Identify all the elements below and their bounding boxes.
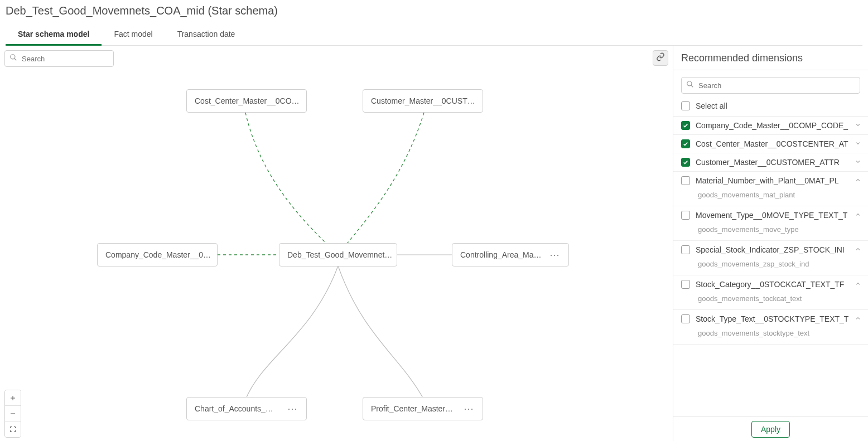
more-icon[interactable]: ⋯ [464, 403, 475, 415]
chevron-up-icon[interactable] [855, 314, 861, 323]
node-label: Cost_Center_Master__0CO… [195, 96, 300, 105]
search-icon [686, 80, 694, 90]
chevron-down-icon[interactable] [855, 121, 861, 130]
dimension-head[interactable]: Customer_Master__0CUSTOMER_ATTR [673, 153, 868, 171]
node-cost-center[interactable]: Cost_Center_Master__0CO… [186, 89, 307, 113]
dimension-checkbox[interactable] [681, 211, 690, 220]
panel-search-input[interactable] [697, 81, 855, 90]
node-chart-of-accounts[interactable]: Chart_of_Accounts_… ⋯ [186, 397, 307, 420]
select-all-row[interactable]: Select all [673, 98, 868, 117]
fit-screen-button[interactable] [5, 421, 21, 437]
dimension-item: Special_Stock_Indicator_ZSP_STOCK_INIgoo… [673, 241, 868, 275]
dimension-item: Customer_Master__0CUSTOMER_ATTR [673, 153, 868, 172]
link-icon [656, 52, 665, 64]
node-label: Deb_Test_Good_Movemnet… [287, 250, 392, 259]
dimension-head[interactable]: Movement_Type__0MOVE_TYPE_TEXT_T [673, 206, 868, 224]
dimension-label: Stock_Category__0STOCKCAT_TEXT_TF [696, 280, 849, 289]
apply-button[interactable]: Apply [751, 421, 790, 438]
node-company-code[interactable]: Company_Code_Master__0… [97, 243, 218, 266]
canvas-search-input[interactable] [21, 54, 117, 64]
dimension-checkbox[interactable] [681, 139, 690, 148]
select-all-checkbox[interactable] [681, 101, 690, 110]
recommended-dimensions-panel: Recommended dimensions Select all Compan… [673, 46, 868, 441]
dimension-item: Cost_Center_Master__0COSTCENTER_AT [673, 135, 868, 153]
svg-point-5 [687, 81, 692, 86]
svg-line-1 [15, 59, 17, 61]
page-title: Deb_Test_Good_Movemnets_COA_mid (Star sc… [6, 4, 862, 17]
dimensions-list[interactable]: Company_Code_Master__0COMP_CODE_Cost_Cen… [673, 117, 868, 416]
dimension-head[interactable]: Stock_Category__0STOCKCAT_TEXT_TF [673, 275, 868, 293]
dimension-checkbox[interactable] [681, 176, 690, 185]
node-label: Profit_Center_Master… [371, 404, 458, 413]
dimension-label: Material_Number_with_Plant__0MAT_PL [696, 176, 849, 185]
chevron-up-icon[interactable] [855, 245, 861, 254]
dimension-head[interactable]: Cost_Center_Master__0COSTCENTER_AT [673, 135, 868, 153]
canvas-search[interactable] [4, 50, 114, 67]
zoom-controls [4, 390, 21, 438]
dimension-item: Stock_Type_Text__0STOCKTYPE_TEXT_Tgoods_… [673, 310, 868, 345]
node-controlling-area[interactable]: Controlling_Area_Ma… ⋯ [452, 243, 569, 266]
node-customer[interactable]: Customer_Master__0CUST… [363, 89, 483, 113]
search-icon [9, 54, 17, 64]
zoom-out-button[interactable] [5, 406, 21, 421]
node-profit-center[interactable]: Profit_Center_Master… ⋯ [363, 397, 483, 420]
dimension-label: Special_Stock_Indicator_ZSP_STOCK_INI [696, 245, 849, 254]
tab-fact-model[interactable]: Fact model [102, 24, 165, 45]
diagram-canvas[interactable]: Cost_Center_Master__0CO… Customer_Master… [0, 46, 673, 441]
dimension-sub-label: goods_movements_stocktype_text [673, 328, 868, 344]
select-all-label: Select all [696, 101, 727, 110]
tabs: Star schema model Fact model Transaction… [6, 24, 862, 46]
chevron-up-icon[interactable] [855, 211, 861, 220]
node-label: Customer_Master__0CUST… [371, 96, 475, 105]
dimension-checkbox[interactable] [681, 280, 690, 289]
dimension-label: Customer_Master__0CUSTOMER_ATTR [696, 158, 849, 167]
dimension-item: Material_Number_with_Plant__0MAT_PLgoods… [673, 172, 868, 206]
more-icon[interactable]: ⋯ [287, 403, 298, 415]
chevron-up-icon[interactable] [855, 176, 861, 185]
dimension-sub-label: goods_movements_move_type [673, 224, 868, 240]
dimension-sub-label: goods_movements_tockcat_text [673, 293, 868, 309]
panel-title: Recommended dimensions [673, 46, 868, 70]
dimension-head[interactable]: Company_Code_Master__0COMP_CODE_ [673, 117, 868, 134]
dimension-item: Movement_Type__0MOVE_TYPE_TEXT_Tgoods_mo… [673, 206, 868, 241]
dimension-label: Stock_Type_Text__0STOCKTYPE_TEXT_T [696, 314, 849, 323]
chevron-down-icon[interactable] [855, 139, 861, 148]
dimension-item: Stock_Category__0STOCKCAT_TEXT_TFgoods_m… [673, 275, 868, 310]
tab-star-schema-model[interactable]: Star schema model [6, 24, 102, 45]
dimension-label: Company_Code_Master__0COMP_CODE_ [696, 121, 849, 130]
panel-search[interactable] [681, 77, 860, 94]
tab-transaction-date[interactable]: Transaction date [165, 24, 248, 45]
chevron-down-icon[interactable] [855, 158, 861, 167]
dimension-checkbox[interactable] [681, 245, 690, 254]
node-center-fact[interactable]: Deb_Test_Good_Movemnet… [279, 243, 397, 266]
dimension-head[interactable]: Stock_Type_Text__0STOCKTYPE_TEXT_T [673, 310, 868, 328]
node-label: Company_Code_Master__0… [105, 250, 211, 259]
node-label: Chart_of_Accounts_… [195, 404, 282, 413]
dimension-head[interactable]: Material_Number_with_Plant__0MAT_PL [673, 172, 868, 190]
more-icon[interactable]: ⋯ [549, 249, 561, 261]
panel-footer: Apply [673, 416, 868, 441]
svg-point-0 [11, 55, 15, 59]
dimension-checkbox[interactable] [681, 314, 690, 323]
dimension-label: Cost_Center_Master__0COSTCENTER_AT [696, 139, 849, 148]
dimension-label: Movement_Type__0MOVE_TYPE_TEXT_T [696, 211, 849, 220]
dimension-checkbox[interactable] [681, 121, 690, 130]
node-label: Controlling_Area_Ma… [460, 250, 544, 259]
svg-line-6 [691, 85, 693, 88]
dimension-sub-label: goods_movements_mat_plant [673, 190, 868, 206]
chevron-up-icon[interactable] [855, 280, 861, 289]
link-toggle-button[interactable] [653, 50, 668, 66]
dimension-sub-label: goods_movements_zsp_stock_ind [673, 259, 868, 275]
zoom-in-button[interactable] [5, 390, 21, 406]
dimension-head[interactable]: Special_Stock_Indicator_ZSP_STOCK_INI [673, 241, 868, 259]
dimension-item: Company_Code_Master__0COMP_CODE_ [673, 117, 868, 135]
dimension-checkbox[interactable] [681, 158, 690, 167]
